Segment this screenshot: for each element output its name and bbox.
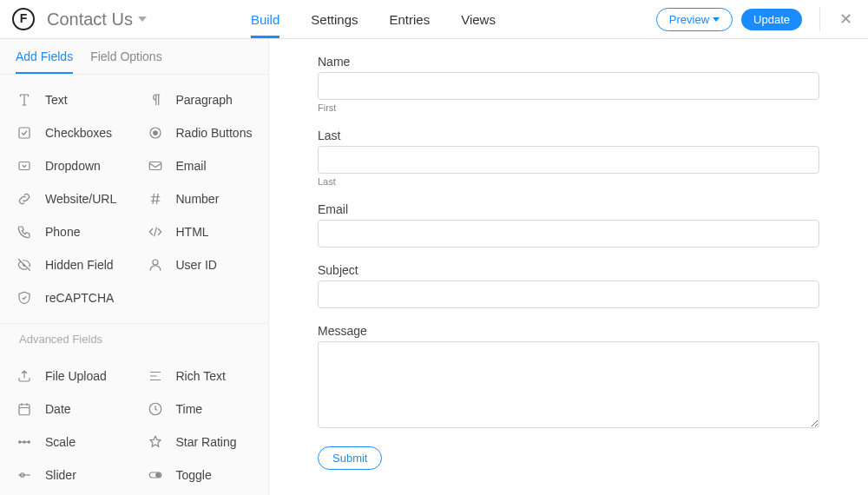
divider: [819, 7, 820, 31]
field-label: Name: [318, 55, 819, 69]
checkbox-icon: [16, 124, 33, 142]
svg-point-5: [153, 260, 158, 265]
field-label: Hidden Field: [45, 258, 114, 272]
preview-button[interactable]: Preview: [656, 8, 733, 31]
field-label: Star Rating: [176, 435, 237, 449]
form-field-subject[interactable]: Subject: [318, 263, 819, 308]
last-input[interactable]: [318, 146, 819, 174]
field-type-website-url[interactable]: Website/URL: [3, 182, 135, 215]
field-type-date[interactable]: Date: [3, 393, 135, 426]
field-type-lookup[interactable]: Lookup: [135, 492, 266, 495]
submit-button[interactable]: Submit: [318, 446, 382, 470]
field-label: Slider: [45, 468, 76, 482]
basic-fields-grid: TextParagraphCheckboxesRadio ButtonsDrop…: [0, 75, 268, 323]
field-type-toggle[interactable]: Toggle: [135, 459, 266, 492]
form-field-name[interactable]: NameFirst: [318, 55, 819, 113]
field-label: HTML: [176, 225, 209, 239]
field-type-email[interactable]: Email: [135, 149, 266, 182]
field-type-dynamic[interactable]: Dynamic: [3, 492, 135, 495]
sidebar-tab-field-options[interactable]: Field Options: [90, 50, 161, 74]
field-label: Time: [176, 402, 203, 416]
field-type-rich-text[interactable]: Rich Text: [135, 360, 266, 393]
field-type-number[interactable]: Number: [135, 182, 266, 215]
field-label: Checkboxes: [45, 126, 112, 140]
subject-input[interactable]: [318, 280, 819, 308]
sidebar-tabs: Add Fields Field Options: [0, 39, 268, 75]
logo-icon: F: [12, 8, 35, 30]
top-nav-tabs: Build Settings Entries Views: [251, 0, 496, 38]
field-type-slider[interactable]: Slider: [3, 459, 135, 492]
field-type-phone[interactable]: Phone: [3, 215, 135, 248]
header-actions: Preview Update ✕: [656, 6, 858, 32]
field-type-recaptcha[interactable]: reCAPTCHA: [3, 281, 135, 314]
svg-rect-6: [19, 405, 30, 415]
field-type-radio-buttons[interactable]: Radio Buttons: [135, 116, 266, 149]
field-label: Message: [318, 324, 819, 338]
field-label: Website/URL: [45, 192, 116, 206]
field-type-paragraph[interactable]: Paragraph: [135, 83, 266, 116]
form-fields-container: NameFirstLastLastEmailSubjectMessage: [318, 55, 819, 431]
top-header: F Contact Us Build Settings Entries View…: [0, 0, 868, 39]
svg-rect-0: [19, 128, 30, 138]
field-label: Toggle: [176, 468, 212, 482]
logo[interactable]: F: [12, 8, 35, 30]
form-field-message[interactable]: Message: [318, 324, 819, 431]
link-icon: [16, 190, 33, 208]
shield-icon: [16, 289, 33, 307]
sidebar-tab-add-fields[interactable]: Add Fields: [16, 50, 73, 74]
tab-settings[interactable]: Settings: [311, 0, 358, 38]
phone-icon: [16, 223, 33, 241]
tab-views[interactable]: Views: [461, 0, 496, 38]
form-canvas: NameFirstLastLastEmailSubjectMessage Sub…: [269, 39, 868, 495]
star-icon: [147, 433, 164, 451]
message-input[interactable]: [318, 341, 819, 428]
field-type-user-id[interactable]: User ID: [135, 248, 266, 281]
field-label: Radio Buttons: [176, 126, 253, 140]
tab-build[interactable]: Build: [251, 0, 279, 38]
field-label: Email: [176, 159, 207, 173]
field-type-html[interactable]: HTML: [135, 215, 266, 248]
svg-rect-3: [19, 162, 30, 170]
form-field-last[interactable]: LastLast: [318, 129, 819, 187]
html-icon: [147, 223, 164, 241]
dropdown-icon: [16, 157, 33, 175]
field-label: Email: [318, 202, 819, 216]
hidden-icon: [16, 256, 33, 274]
preview-label: Preview: [669, 13, 709, 26]
form-field-email[interactable]: Email: [318, 202, 819, 248]
radio-icon: [147, 124, 164, 142]
toggle-icon: [147, 466, 164, 484]
field-label: Paragraph: [176, 93, 233, 107]
field-type-scale[interactable]: Scale: [3, 426, 135, 459]
field-label: reCAPTCHA: [45, 291, 114, 305]
tab-entries[interactable]: Entries: [390, 0, 431, 38]
date-icon: [16, 400, 33, 418]
field-label: Number: [176, 192, 220, 206]
advanced-section-label: Advanced Fields: [0, 323, 268, 351]
field-type-dropdown[interactable]: Dropdown: [3, 149, 135, 182]
email-input[interactable]: [318, 220, 819, 248]
field-type-text[interactable]: Text: [3, 83, 135, 116]
field-label: Text: [45, 93, 68, 107]
update-button[interactable]: Update: [741, 9, 802, 30]
field-label: User ID: [176, 258, 217, 272]
svg-rect-4: [149, 162, 161, 170]
field-type-file-upload[interactable]: File Upload: [3, 360, 135, 393]
email-icon: [147, 157, 164, 175]
field-label: Subject: [318, 263, 819, 277]
field-type-star-rating[interactable]: Star Rating: [135, 426, 266, 459]
scale-icon: [16, 433, 33, 451]
richtext-icon: [147, 367, 164, 385]
field-type-time[interactable]: Time: [135, 393, 266, 426]
sidebar: Add Fields Field Options TextParagraphCh…: [0, 39, 269, 495]
close-icon[interactable]: ✕: [834, 6, 858, 32]
field-label: Date: [45, 402, 71, 416]
name-input[interactable]: [318, 72, 819, 100]
page-title-dropdown[interactable]: Contact Us: [47, 10, 147, 30]
field-type-hidden-field[interactable]: Hidden Field: [3, 248, 135, 281]
chevron-down-icon: [713, 17, 720, 22]
field-type-checkboxes[interactable]: Checkboxes: [3, 116, 135, 149]
field-label: Last: [318, 129, 819, 142]
field-sublabel: First: [318, 102, 819, 113]
time-icon: [147, 400, 164, 418]
